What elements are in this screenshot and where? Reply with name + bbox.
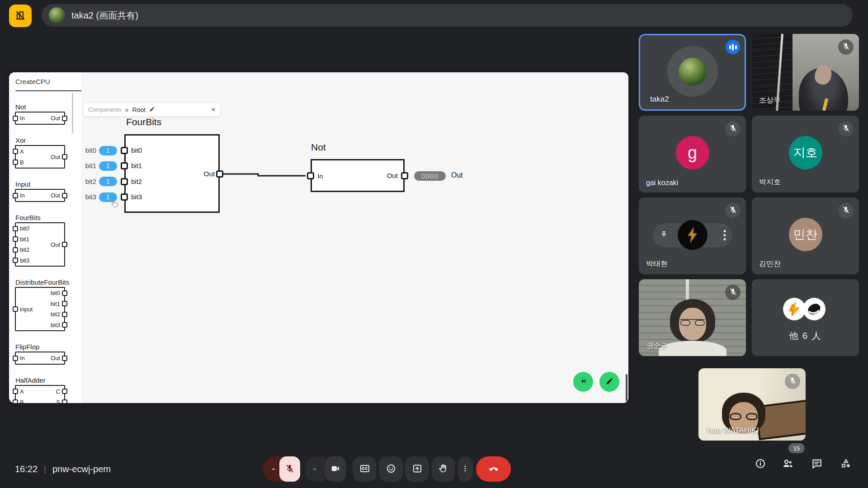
participant-tile-taka2[interactable]: taka2 <box>639 34 746 111</box>
bit-port-label: bit3 <box>131 193 142 201</box>
palette-component-distributefourbits[interactable]: DistributeFourBitsinputbit0bit1bit2bit3 <box>15 278 79 331</box>
meeting-status: 16:22 | pnw-ecwj-pem <box>15 459 111 479</box>
bit-toggle-3[interactable]: 1 <box>99 192 117 202</box>
participant-tile[interactable]: g gai kozaki <box>639 116 746 192</box>
overflow-avatar-lightning-icon <box>783 298 806 320</box>
participant-tile[interactable]: 박태현 <box>639 197 746 274</box>
participant-name: 김민찬 <box>759 259 781 269</box>
port-square <box>13 149 18 154</box>
port-label: bit0 <box>51 290 60 296</box>
activities-icon <box>840 458 852 471</box>
present-button[interactable] <box>405 456 429 482</box>
fourbits-in-port-2[interactable] <box>121 178 128 185</box>
port-square <box>13 193 18 198</box>
pencil-icon <box>606 377 613 386</box>
port-square <box>62 399 67 403</box>
fourbits-in-port-1[interactable] <box>121 162 128 169</box>
mic-off-icon <box>285 464 295 475</box>
port-square <box>13 116 18 121</box>
canvas-scrollbar[interactable] <box>626 374 627 401</box>
bit-port-label: bit0 <box>131 146 142 154</box>
palette-component-halfadder[interactable]: HalfAdderABCS <box>15 376 79 403</box>
participant-tile[interactable]: 지호 박지호 <box>752 116 859 192</box>
port-square <box>62 389 67 394</box>
palette-component-label: HalfAdder <box>15 376 79 384</box>
port-square <box>62 312 67 317</box>
palette-component-label: FlipFlop <box>15 343 79 351</box>
raise-hand-button[interactable] <box>431 456 455 482</box>
close-icon[interactable]: × <box>211 106 216 113</box>
captions-button[interactable] <box>353 456 377 482</box>
palette-component-box: bit0bit1bit2bit3Out <box>15 222 65 267</box>
circuit-canvas[interactable] <box>81 72 628 403</box>
palette-component-fourbits[interactable]: FourBitsbit0bit1bit2bit3Out <box>15 214 79 267</box>
reactions-button[interactable] <box>379 456 403 482</box>
app-title: CreateCPU <box>15 78 50 85</box>
port-label: S <box>56 399 60 404</box>
pin-icon[interactable] <box>659 230 668 240</box>
phone-down-icon <box>488 463 500 476</box>
participant-name: taka2 <box>650 95 669 104</box>
palette-component-label: Xor <box>15 136 79 144</box>
port-square <box>62 301 67 306</box>
port-label: bit3 <box>51 322 60 328</box>
bit-toggle-1[interactable]: 1 <box>99 161 117 171</box>
shared-screen-app: CreateCPU NotInOutXorABOutInputInOutFour… <box>9 72 628 403</box>
breadcrumb-parent[interactable]: Components <box>88 106 122 113</box>
participant-count-badge: 15 <box>788 443 805 453</box>
presentation-effects-button[interactable] <box>9 5 32 27</box>
bit-external-label: bit2 <box>69 178 96 185</box>
more-vertical-icon[interactable] <box>723 230 726 240</box>
sidebar-scrollbar[interactable] <box>72 93 73 133</box>
palette-component-label: DistributeFourBits <box>15 278 79 286</box>
palette-component-box: InOut <box>15 352 65 365</box>
fourbits-in-port-3[interactable] <box>121 193 128 201</box>
palette-component-box: InOut <box>15 189 65 202</box>
chat-button[interactable] <box>806 453 828 475</box>
end-call-button[interactable] <box>476 456 511 482</box>
self-view-tile[interactable]: Yuto WATAHIKI <box>698 368 806 441</box>
rename-pencil-icon[interactable] <box>149 106 155 114</box>
port-label: bit0 <box>20 225 29 232</box>
bit-external-label: bit3 <box>69 193 96 201</box>
port-square <box>62 322 67 328</box>
palette-component-box: ABOut <box>15 145 65 169</box>
people-button[interactable] <box>777 453 799 475</box>
port-square <box>62 193 67 198</box>
meeting-details-button[interactable] <box>750 453 771 475</box>
presenter-pill[interactable]: taka2 (画面共有) <box>42 4 853 27</box>
participant-tile[interactable]: 민찬 김민찬 <box>752 197 859 274</box>
edit-button[interactable] <box>599 372 619 392</box>
not-in-port[interactable] <box>307 172 314 179</box>
overflow-avatar-disc-icon <box>803 298 826 320</box>
step-button[interactable] <box>573 372 593 392</box>
port-label: In <box>20 355 25 361</box>
port-label: Out <box>51 192 60 199</box>
not-out-port[interactable] <box>401 172 408 179</box>
breadcrumb-current[interactable]: Root <box>132 106 146 113</box>
info-icon <box>755 458 766 471</box>
camera-button[interactable] <box>325 456 346 482</box>
palette-component-not[interactable]: NotInOut <box>15 103 79 125</box>
port-square <box>13 247 18 253</box>
palette-component-label: Not <box>15 103 79 111</box>
mic-off-icon <box>838 203 854 218</box>
palette-component-flipflop[interactable]: FlipFlopInOut <box>15 343 79 365</box>
overflow-participants-tile[interactable]: 他 6 人 <box>752 279 859 356</box>
more-options-button[interactable] <box>458 456 473 482</box>
avatar <box>678 220 708 250</box>
breadcrumb: Components » Root × <box>83 103 221 117</box>
bit-toggle-2[interactable]: 1 <box>99 177 117 186</box>
not-title: Not <box>311 142 326 153</box>
participant-tile[interactable]: 권순규 <box>639 279 746 356</box>
mic-button[interactable] <box>279 456 300 482</box>
fourbits-out-port[interactable] <box>216 170 223 178</box>
bit-toggle-0[interactable]: 1 <box>99 146 117 155</box>
port-label: input <box>20 306 33 313</box>
camera-options-chevron[interactable] <box>304 456 325 482</box>
activities-button[interactable] <box>835 453 857 475</box>
port-label: bit2 <box>51 311 60 318</box>
fourbits-in-port-0[interactable] <box>121 147 128 154</box>
participant-tile[interactable]: 조상우 <box>752 34 859 111</box>
participant-name: 조상우 <box>759 96 781 105</box>
